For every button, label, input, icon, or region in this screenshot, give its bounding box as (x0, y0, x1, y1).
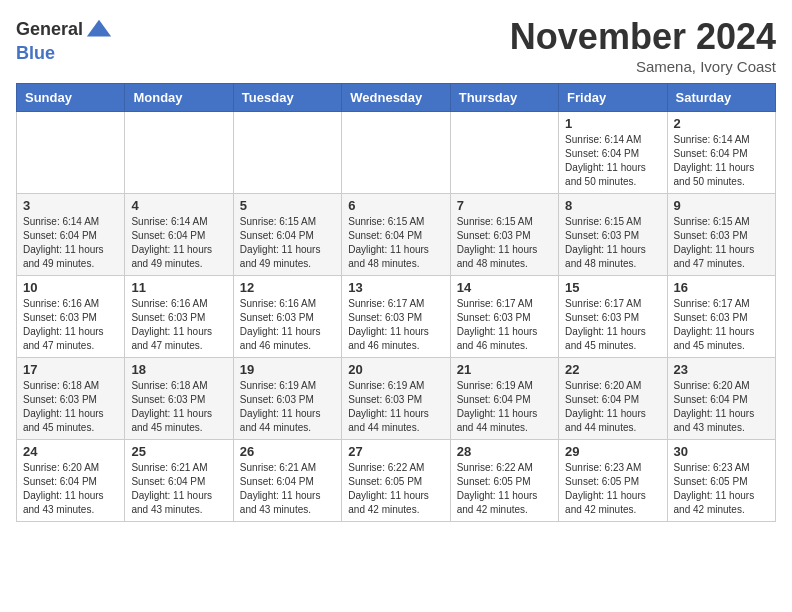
day-info: Sunrise: 6:19 AM Sunset: 6:03 PM Dayligh… (348, 379, 443, 435)
calendar-cell: 7Sunrise: 6:15 AM Sunset: 6:03 PM Daylig… (450, 194, 558, 276)
calendar-week-row: 1Sunrise: 6:14 AM Sunset: 6:04 PM Daylig… (17, 112, 776, 194)
calendar-cell (233, 112, 341, 194)
day-info: Sunrise: 6:16 AM Sunset: 6:03 PM Dayligh… (240, 297, 335, 353)
calendar-cell (125, 112, 233, 194)
day-number: 18 (131, 362, 226, 377)
day-of-week-header: Sunday (17, 84, 125, 112)
calendar-cell (450, 112, 558, 194)
day-number: 20 (348, 362, 443, 377)
day-number: 23 (674, 362, 769, 377)
day-number: 7 (457, 198, 552, 213)
day-number: 13 (348, 280, 443, 295)
day-number: 29 (565, 444, 660, 459)
calendar-cell: 26Sunrise: 6:21 AM Sunset: 6:04 PM Dayli… (233, 440, 341, 522)
calendar-cell: 20Sunrise: 6:19 AM Sunset: 6:03 PM Dayli… (342, 358, 450, 440)
day-number: 30 (674, 444, 769, 459)
title-block: November 2024 Samena, Ivory Coast (510, 16, 776, 75)
calendar-cell: 22Sunrise: 6:20 AM Sunset: 6:04 PM Dayli… (559, 358, 667, 440)
day-info: Sunrise: 6:15 AM Sunset: 6:03 PM Dayligh… (674, 215, 769, 271)
day-number: 9 (674, 198, 769, 213)
calendar-week-row: 3Sunrise: 6:14 AM Sunset: 6:04 PM Daylig… (17, 194, 776, 276)
calendar-cell: 11Sunrise: 6:16 AM Sunset: 6:03 PM Dayli… (125, 276, 233, 358)
day-number: 19 (240, 362, 335, 377)
calendar-cell: 3Sunrise: 6:14 AM Sunset: 6:04 PM Daylig… (17, 194, 125, 276)
day-info: Sunrise: 6:18 AM Sunset: 6:03 PM Dayligh… (23, 379, 118, 435)
day-number: 6 (348, 198, 443, 213)
page-header: General Blue November 2024 Samena, Ivory… (16, 16, 776, 75)
day-info: Sunrise: 6:23 AM Sunset: 6:05 PM Dayligh… (674, 461, 769, 517)
calendar-week-row: 17Sunrise: 6:18 AM Sunset: 6:03 PM Dayli… (17, 358, 776, 440)
day-number: 10 (23, 280, 118, 295)
day-info: Sunrise: 6:21 AM Sunset: 6:04 PM Dayligh… (240, 461, 335, 517)
day-info: Sunrise: 6:15 AM Sunset: 6:04 PM Dayligh… (348, 215, 443, 271)
location: Samena, Ivory Coast (510, 58, 776, 75)
day-info: Sunrise: 6:22 AM Sunset: 6:05 PM Dayligh… (348, 461, 443, 517)
day-number: 27 (348, 444, 443, 459)
day-number: 5 (240, 198, 335, 213)
calendar-cell: 13Sunrise: 6:17 AM Sunset: 6:03 PM Dayli… (342, 276, 450, 358)
day-info: Sunrise: 6:17 AM Sunset: 6:03 PM Dayligh… (565, 297, 660, 353)
calendar-cell: 10Sunrise: 6:16 AM Sunset: 6:03 PM Dayli… (17, 276, 125, 358)
day-of-week-header: Friday (559, 84, 667, 112)
day-number: 2 (674, 116, 769, 131)
day-info: Sunrise: 6:20 AM Sunset: 6:04 PM Dayligh… (674, 379, 769, 435)
day-info: Sunrise: 6:18 AM Sunset: 6:03 PM Dayligh… (131, 379, 226, 435)
svg-marker-0 (87, 20, 111, 37)
day-info: Sunrise: 6:14 AM Sunset: 6:04 PM Dayligh… (565, 133, 660, 189)
day-of-week-header: Saturday (667, 84, 775, 112)
day-info: Sunrise: 6:15 AM Sunset: 6:03 PM Dayligh… (565, 215, 660, 271)
calendar-cell: 19Sunrise: 6:19 AM Sunset: 6:03 PM Dayli… (233, 358, 341, 440)
calendar-cell: 4Sunrise: 6:14 AM Sunset: 6:04 PM Daylig… (125, 194, 233, 276)
calendar-table: SundayMondayTuesdayWednesdayThursdayFrid… (16, 83, 776, 522)
day-info: Sunrise: 6:20 AM Sunset: 6:04 PM Dayligh… (565, 379, 660, 435)
day-of-week-header: Tuesday (233, 84, 341, 112)
logo-general: General (16, 20, 83, 40)
day-of-week-header: Thursday (450, 84, 558, 112)
day-number: 24 (23, 444, 118, 459)
calendar-cell (17, 112, 125, 194)
day-info: Sunrise: 6:17 AM Sunset: 6:03 PM Dayligh… (674, 297, 769, 353)
day-info: Sunrise: 6:15 AM Sunset: 6:04 PM Dayligh… (240, 215, 335, 271)
calendar-cell: 12Sunrise: 6:16 AM Sunset: 6:03 PM Dayli… (233, 276, 341, 358)
day-info: Sunrise: 6:14 AM Sunset: 6:04 PM Dayligh… (131, 215, 226, 271)
calendar-week-row: 24Sunrise: 6:20 AM Sunset: 6:04 PM Dayli… (17, 440, 776, 522)
calendar-cell (342, 112, 450, 194)
day-info: Sunrise: 6:23 AM Sunset: 6:05 PM Dayligh… (565, 461, 660, 517)
day-of-week-header: Wednesday (342, 84, 450, 112)
calendar-cell: 30Sunrise: 6:23 AM Sunset: 6:05 PM Dayli… (667, 440, 775, 522)
calendar-cell: 2Sunrise: 6:14 AM Sunset: 6:04 PM Daylig… (667, 112, 775, 194)
day-info: Sunrise: 6:14 AM Sunset: 6:04 PM Dayligh… (23, 215, 118, 271)
day-info: Sunrise: 6:16 AM Sunset: 6:03 PM Dayligh… (131, 297, 226, 353)
calendar-cell: 16Sunrise: 6:17 AM Sunset: 6:03 PM Dayli… (667, 276, 775, 358)
logo-blue: Blue (16, 44, 113, 64)
day-info: Sunrise: 6:15 AM Sunset: 6:03 PM Dayligh… (457, 215, 552, 271)
day-number: 11 (131, 280, 226, 295)
day-info: Sunrise: 6:14 AM Sunset: 6:04 PM Dayligh… (674, 133, 769, 189)
day-number: 14 (457, 280, 552, 295)
day-number: 21 (457, 362, 552, 377)
calendar-week-row: 10Sunrise: 6:16 AM Sunset: 6:03 PM Dayli… (17, 276, 776, 358)
calendar-cell: 18Sunrise: 6:18 AM Sunset: 6:03 PM Dayli… (125, 358, 233, 440)
calendar-cell: 28Sunrise: 6:22 AM Sunset: 6:05 PM Dayli… (450, 440, 558, 522)
day-number: 1 (565, 116, 660, 131)
day-info: Sunrise: 6:21 AM Sunset: 6:04 PM Dayligh… (131, 461, 226, 517)
day-number: 15 (565, 280, 660, 295)
day-number: 25 (131, 444, 226, 459)
calendar-cell: 1Sunrise: 6:14 AM Sunset: 6:04 PM Daylig… (559, 112, 667, 194)
calendar-cell: 21Sunrise: 6:19 AM Sunset: 6:04 PM Dayli… (450, 358, 558, 440)
day-number: 12 (240, 280, 335, 295)
day-of-week-header: Monday (125, 84, 233, 112)
day-info: Sunrise: 6:16 AM Sunset: 6:03 PM Dayligh… (23, 297, 118, 353)
calendar-cell: 27Sunrise: 6:22 AM Sunset: 6:05 PM Dayli… (342, 440, 450, 522)
day-info: Sunrise: 6:17 AM Sunset: 6:03 PM Dayligh… (457, 297, 552, 353)
day-info: Sunrise: 6:17 AM Sunset: 6:03 PM Dayligh… (348, 297, 443, 353)
day-number: 16 (674, 280, 769, 295)
day-number: 17 (23, 362, 118, 377)
calendar-cell: 5Sunrise: 6:15 AM Sunset: 6:04 PM Daylig… (233, 194, 341, 276)
month-title: November 2024 (510, 16, 776, 58)
calendar-cell: 8Sunrise: 6:15 AM Sunset: 6:03 PM Daylig… (559, 194, 667, 276)
calendar-cell: 29Sunrise: 6:23 AM Sunset: 6:05 PM Dayli… (559, 440, 667, 522)
calendar-cell: 17Sunrise: 6:18 AM Sunset: 6:03 PM Dayli… (17, 358, 125, 440)
logo: General Blue (16, 16, 113, 64)
logo-icon (85, 16, 113, 44)
